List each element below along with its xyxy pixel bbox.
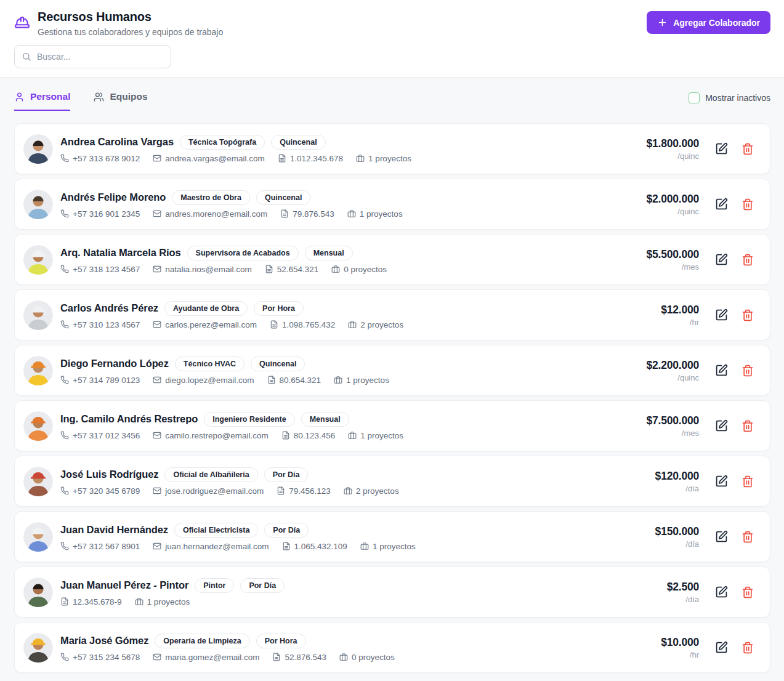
payment-type-badge: Por Día [264,467,309,482]
document-value: 80.123.456 [294,431,336,440]
email-detail: andres.moreno@email.com [153,209,267,219]
file-text-icon [272,653,281,661]
delete-button[interactable] [739,417,756,435]
square-pen-icon [715,586,728,598]
trash-icon [742,475,754,488]
square-pen-icon [715,308,728,321]
collaborator-card[interactable]: Diego Fernando López Técnico HVAC Quince… [14,345,770,396]
projects-value: 1 proyectos [360,431,403,440]
add-collaborator-label: Agregar Colaborador [673,18,760,28]
delete-button[interactable] [739,639,756,656]
mail-icon [153,431,161,440]
file-text-icon [277,486,285,495]
delete-button[interactable] [739,251,756,268]
projects-detail: 1 proyectos [360,542,416,551]
mail-icon [153,265,161,273]
hard-hat-icon [14,15,30,33]
projects-detail: 1 proyectos [347,209,403,219]
add-collaborator-button[interactable]: Agregar Colaborador [647,11,770,34]
document-detail: 1.098.765.432 [270,320,335,329]
rate-unit: /mes [646,429,699,438]
rate-unit: /quinc [646,151,699,161]
tab-personal[interactable]: Personal [14,91,70,111]
delete-button[interactable] [739,307,756,324]
projects-detail: 0 proyectos [331,265,387,274]
role-badge: Supervisora de Acabados [187,246,299,260]
file-text-icon [281,431,290,440]
delete-button[interactable] [739,140,756,158]
document-detail: 52.876.543 [272,653,326,662]
edit-button[interactable] [713,417,730,435]
collaborator-card[interactable]: Juan David Hernández Oficial Electricist… [14,511,770,562]
projects-value: 2 proyectos [360,320,403,329]
document-detail: 1.065.432.109 [282,542,347,551]
edit-button[interactable] [713,361,730,379]
edit-button[interactable] [713,251,730,268]
rate-amount: $2.200.000 [646,359,699,372]
show-inactive-toggle[interactable]: Mostrar inactivos [689,92,770,103]
collaborator-card[interactable]: Andrea Carolina Vargas Técnica Topógrafa… [14,123,770,174]
document-value: 1.065.432.109 [294,542,347,551]
show-inactive-checkbox[interactable] [689,92,700,103]
collaborator-name: Andrea Carolina Vargas [60,136,174,148]
phone-detail: +57 315 234 5678 [60,653,140,662]
phone-icon [60,320,69,329]
role-badge: Técnico HVAC [175,357,244,371]
page-header: Recursos Humanos Gestiona tus colaborado… [0,0,784,78]
projects-value: 1 proyectos [360,209,403,219]
projects-detail: 1 proyectos [348,431,403,440]
rate-block: $12.000 /hr [661,304,699,327]
collaborator-card[interactable]: José Luis Rodríguez Oficial de Albañiler… [14,456,770,507]
delete-button[interactable] [739,528,756,546]
delete-button[interactable] [739,196,756,213]
user-icon [14,92,25,102]
phone-detail: +57 312 567 8901 [60,542,140,551]
payment-type-badge: Por Día [264,523,309,538]
tab-equipos[interactable]: Equipos [94,91,147,111]
edit-button[interactable] [713,472,730,490]
rate-unit: /día [655,484,699,493]
delete-button[interactable] [739,362,756,379]
email-detail: andrea.vargas@email.com [153,154,265,163]
email-detail: carlos.perez@email.com [153,320,257,329]
role-badge: Técnica Topógrafa [180,135,265,150]
document-detail: 79.876.543 [280,209,334,219]
square-pen-icon [715,419,728,432]
collaborator-card[interactable]: Arq. Natalia Marcela Ríos Supervisora de… [14,234,770,285]
edit-button[interactable] [713,583,730,601]
collaborator-card[interactable]: Ing. Camilo Andrés Restrepo Ingeniero Re… [14,400,770,451]
document-value: 79.876.543 [293,209,334,219]
projects-value: 1 proyectos [373,542,416,551]
briefcase-icon [347,209,356,218]
document-value: 12.345.678-9 [73,597,122,606]
projects-value: 1 proyectos [346,376,389,385]
phone-detail: +57 317 012 3456 [60,431,140,440]
file-text-icon [280,209,289,218]
edit-button[interactable] [713,306,730,324]
document-value: 80.654.321 [280,376,321,385]
edit-button[interactable] [713,195,730,213]
delete-button[interactable] [739,584,756,601]
collaborator-card[interactable]: Carlos Andrés Pérez Ayudante de Obra Por… [14,289,770,340]
collaborator-card[interactable]: Andrés Felipe Moreno Maestro de Obra Qui… [14,179,770,230]
rate-amount: $10.000 [661,636,699,649]
search-input[interactable] [37,52,164,62]
role-badge: Pintor [195,578,234,593]
rate-block: $150.000 /día [655,525,699,549]
rate-block: $5.500.000 /mes [646,248,699,272]
rate-amount: $1.800.000 [646,137,699,150]
edit-button[interactable] [713,140,730,158]
avatar [23,522,53,552]
collaborator-card[interactable]: María José Gómez Operaria de Limpieza Po… [14,622,770,673]
delete-button[interactable] [739,473,756,490]
search-box[interactable] [14,45,171,68]
edit-button[interactable] [713,528,730,546]
square-pen-icon [715,475,728,488]
phone-value: +57 313 678 9012 [73,154,140,163]
edit-button[interactable] [713,639,730,656]
collaborator-name: Carlos Andrés Pérez [60,302,158,314]
file-text-icon [267,376,276,384]
document-value: 79.456.123 [289,486,331,496]
projects-value: 0 proyectos [344,265,387,274]
collaborator-card[interactable]: Juan Manuel Pérez - Pintor Pintor Por Dí… [14,566,770,618]
